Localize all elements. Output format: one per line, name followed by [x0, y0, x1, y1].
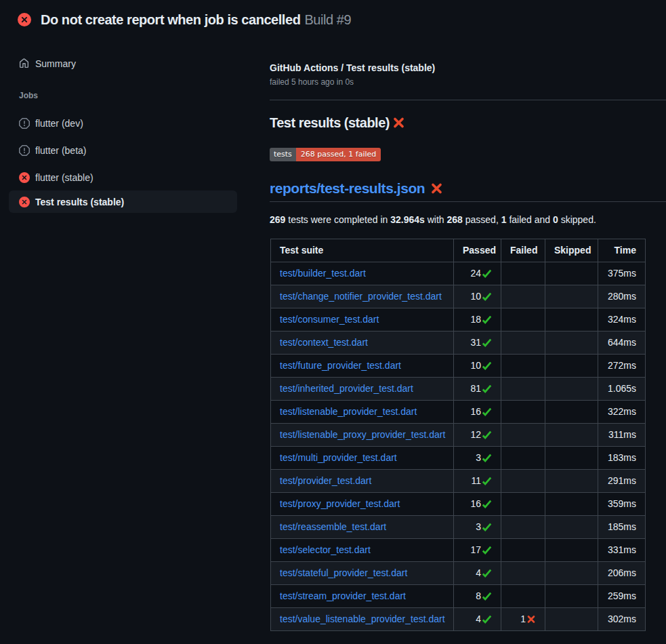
suite-link[interactable]: test/proxy_provider_test.dart	[280, 498, 400, 509]
suite-link[interactable]: test/consumer_test.dart	[280, 314, 379, 325]
job-label: Test results (stable)	[35, 197, 124, 207]
summary-text: failed and	[507, 214, 554, 225]
main-panel: GitHub Actions / Test results (stable) f…	[248, 34, 666, 631]
breadcrumb: GitHub Actions / Test results (stable)	[270, 61, 666, 75]
job-label: flutter (beta)	[35, 145, 86, 156]
suite-link[interactable]: test/multi_provider_test.dart	[280, 452, 397, 463]
suite-link[interactable]: test/listenable_provider_test.dart	[280, 406, 417, 417]
failed-cell	[501, 401, 545, 424]
table-row: test/listenable_proxy_provider_test.dart…	[271, 424, 646, 447]
table-row: test/selector_test.dart17331ms	[271, 539, 646, 562]
sidebar-job-item[interactable]: flutter (beta)	[9, 140, 237, 162]
suite-cell: test/future_provider_test.dart	[271, 355, 454, 378]
suite-link[interactable]: test/provider_test.dart	[280, 475, 371, 486]
suite-cell: test/inherited_provider_test.dart	[271, 378, 454, 401]
time-cell: 1.065s	[598, 378, 646, 401]
passed-cell: 11	[454, 470, 501, 493]
table-row: test/reassemble_test.dart3185ms	[271, 516, 646, 539]
count-value: 3	[476, 452, 481, 463]
passed-cell: 24	[454, 262, 501, 285]
skipped-cell	[545, 355, 598, 378]
summary-text: passed,	[463, 214, 501, 225]
skipped-cell	[545, 562, 598, 585]
run-status-line: failed 5 hours ago in 0s	[270, 76, 666, 88]
count-value: 10	[470, 291, 481, 302]
suite-link[interactable]: test/context_test.dart	[280, 337, 368, 348]
count-value: 3	[476, 521, 481, 532]
sidebar-job-item[interactable]: flutter (dev)	[9, 113, 237, 135]
sidebar: Summary Jobs flutter (dev)flutter (beta)…	[0, 34, 248, 218]
failed-cell	[501, 539, 545, 562]
summary-number: 268	[447, 214, 463, 225]
summary-number: 32.964s	[390, 214, 425, 225]
suite-link[interactable]: test/stream_provider_test.dart	[280, 590, 406, 601]
time-cell: 291ms	[598, 470, 646, 493]
table-row: test/consumer_test.dart18324ms	[271, 308, 646, 331]
passed-cell: 3	[454, 447, 501, 470]
suite-cell: test/selector_test.dart	[271, 539, 454, 562]
failed-cell	[501, 262, 545, 285]
tests-badge: tests 268 passed, 1 failed	[270, 148, 381, 161]
column-header: Time	[598, 239, 646, 262]
passed-cell: 10	[454, 355, 501, 378]
time-cell: 331ms	[598, 539, 646, 562]
summary-text: with	[425, 214, 447, 225]
check-title-text: Test results (stable)	[270, 113, 390, 132]
suite-link[interactable]: test/builder_test.dart	[280, 268, 366, 279]
count-value: 81	[470, 383, 481, 394]
run-header: Do not create report when job is cancell…	[0, 0, 666, 34]
suite-cell: test/stream_provider_test.dart	[271, 585, 454, 608]
failed-cell	[501, 285, 545, 308]
time-cell: 644ms	[598, 331, 646, 355]
column-header: Test suite	[271, 239, 454, 262]
sidebar-item-summary[interactable]: Summary	[9, 52, 237, 75]
time-cell: 183ms	[598, 447, 646, 470]
suite-cell: test/listenable_provider_test.dart	[271, 401, 454, 424]
summary-number: 269	[270, 214, 285, 225]
table-row: test/inherited_provider_test.dart811.065…	[271, 378, 646, 401]
count-value: 4	[476, 567, 481, 578]
check-mark-icon	[482, 292, 492, 301]
suite-link[interactable]: test/value_listenable_provider_test.dart	[280, 613, 445, 624]
failed-cell	[501, 516, 545, 539]
suite-link[interactable]: test/reassemble_test.dart	[280, 521, 386, 532]
check-mark-icon	[482, 430, 492, 439]
table-row: test/stateful_provider_test.dart4206ms	[271, 562, 646, 585]
job-label: flutter (stable)	[35, 172, 93, 183]
time-cell: 359ms	[598, 493, 646, 516]
skipped-cell	[545, 539, 598, 562]
x-circle-fill-icon	[19, 197, 30, 207]
column-header: Skipped	[545, 239, 598, 262]
table-row: test/future_provider_test.dart10272ms	[271, 355, 646, 378]
suite-link[interactable]: test/future_provider_test.dart	[280, 360, 401, 371]
sidebar-job-item[interactable]: flutter (stable)	[9, 167, 237, 189]
passed-cell: 16	[454, 493, 501, 516]
suite-link[interactable]: test/listenable_proxy_provider_test.dart	[280, 429, 445, 440]
summary-text: tests were completed in	[285, 214, 390, 225]
failed-cell	[501, 447, 545, 470]
suite-cell: test/multi_provider_test.dart	[271, 447, 454, 470]
suite-cell: test/provider_test.dart	[271, 470, 454, 493]
report-file-link[interactable]: reports/test-results.json	[270, 180, 425, 197]
count-value: 16	[470, 498, 481, 509]
table-row: test/context_test.dart31644ms	[271, 331, 646, 355]
home-icon	[19, 58, 30, 69]
test-results-table: Test suitePassedFailedSkippedTime test/b…	[270, 239, 646, 631]
count-value: 4	[476, 613, 481, 624]
stop-icon	[19, 145, 30, 156]
sidebar-job-item[interactable]: Test results (stable)	[9, 190, 237, 213]
check-mark-icon	[482, 454, 492, 462]
suite-link[interactable]: test/change_notifier_provider_test.dart	[280, 291, 442, 302]
suite-link[interactable]: test/selector_test.dart	[280, 544, 371, 555]
suite-cell: test/builder_test.dart	[271, 262, 454, 285]
table-row: test/stream_provider_test.dart8259ms	[271, 585, 646, 608]
check-mark-icon	[482, 477, 492, 485]
page-layout: Summary Jobs flutter (dev)flutter (beta)…	[0, 34, 666, 631]
passed-cell: 8	[454, 585, 501, 608]
skipped-cell	[545, 608, 598, 631]
passed-cell: 10	[454, 285, 501, 308]
suite-link[interactable]: test/inherited_provider_test.dart	[280, 383, 413, 394]
suite-link[interactable]: test/stateful_provider_test.dart	[280, 567, 407, 578]
badge-label: tests	[270, 148, 296, 161]
count-value: 24	[470, 268, 481, 279]
